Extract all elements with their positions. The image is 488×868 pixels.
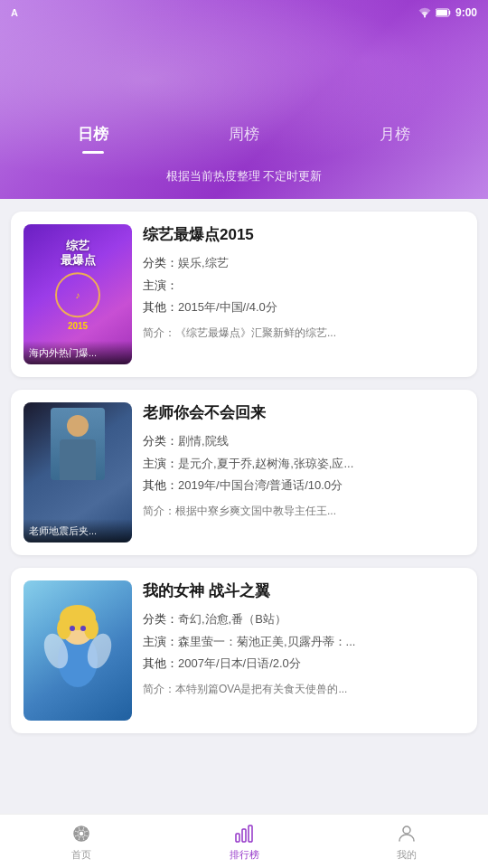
card-thumbnail-3 [23, 580, 132, 721]
card-category-2: 分类：剧情,院线 [143, 432, 465, 450]
app-status-icon: A [11, 7, 18, 18]
header-subtitle: 根据当前热度整理 不定时更新 [166, 168, 323, 184]
card-other-2: 其他：2019年/中国台湾/普通话/10.0分 [143, 476, 465, 495]
card-other-1: 其他：2015年/中国//4.0分 [143, 298, 465, 316]
card-info-3: 我的女神 战斗之翼 分类：奇幻,治愈,番（B站） 主演：森里萤一：菊池正美,贝露… [143, 580, 465, 721]
svg-point-20 [76, 836, 79, 839]
battery-icon [436, 8, 452, 17]
status-time: 9:00 [455, 6, 477, 19]
tab-monthly[interactable]: 月榜 [361, 118, 428, 150]
thumb-person-figure [51, 408, 105, 480]
card-thumbnail-2: 老师你会不会回来 老师地震后夹... [23, 402, 132, 542]
home-icon [70, 822, 93, 845]
nav-item-home[interactable]: 首页 [0, 822, 163, 862]
user-icon [395, 822, 418, 845]
tab-bar: 日榜 周榜 月榜 [0, 118, 488, 150]
svg-point-18 [76, 828, 79, 831]
svg-rect-23 [242, 829, 246, 842]
thumb-overlay-1: 海内外热门爆... [23, 341, 132, 364]
card-intro-3: 简介：本特别篇OVA是把有关食天使兽的... [143, 681, 465, 697]
card-title-1: 综艺最爆点2015 [143, 224, 465, 245]
svg-rect-2 [436, 10, 447, 15]
bottom-navigation: 首页 排行榜 我的 [0, 814, 488, 868]
tab-daily[interactable]: 日榜 [60, 118, 127, 150]
svg-point-25 [403, 826, 410, 834]
svg-point-10 [70, 626, 75, 631]
card-thumbnail-1: 综艺最爆点 ♪ 2015 海内外热门爆... [23, 224, 132, 364]
card-cast-3: 主演：森里萤一：菊池正美,贝露丹蒂：... [143, 633, 465, 651]
status-bar: A 9:00 [0, 0, 488, 25]
card-intro-1: 简介：《综艺最爆点》汇聚新鲜的综艺... [143, 325, 465, 341]
svg-point-17 [86, 832, 89, 835]
svg-point-15 [80, 837, 83, 840]
card-category-1: 分类：娱乐,综艺 [143, 254, 465, 272]
svg-point-6 [57, 618, 71, 639]
nav-item-ranking[interactable]: 排行榜 [163, 822, 325, 862]
card-title-3: 我的女神 战斗之翼 [143, 580, 465, 601]
svg-rect-24 [249, 826, 252, 842]
card-title-2: 老师你会不会回来 [143, 402, 465, 423]
nav-label-ranking: 排行榜 [230, 848, 259, 862]
content-area[interactable]: 综艺最爆点 ♪ 2015 海内外热门爆... 综艺最爆点2015 分类：娱乐,综… [0, 199, 488, 814]
svg-point-19 [84, 836, 87, 839]
svg-point-16 [75, 832, 78, 835]
ranking-icon [232, 822, 256, 845]
thumb-circle: ♪ [55, 273, 100, 318]
card-info-1: 综艺最爆点2015 分类：娱乐,综艺 主演： 其他：2015年/中国//4.0分… [143, 224, 465, 364]
card-info-2: 老师你会不会回来 分类：剧情,院线 主演：是元介,夏于乔,赵树海,张琼姿,应..… [143, 402, 465, 542]
list-item[interactable]: 我的女神 战斗之翼 分类：奇幻,治愈,番（B站） 主演：森里萤一：菊池正美,贝露… [11, 568, 477, 733]
tab-weekly[interactable]: 周榜 [211, 118, 277, 150]
nav-item-mine[interactable]: 我的 [325, 822, 488, 862]
list-item[interactable]: 老师你会不会回来 老师地震后夹... 老师你会不会回来 分类：剧情,院线 主演：… [11, 390, 477, 555]
card-category-3: 分类：奇幻,治愈,番（B站） [143, 610, 465, 628]
card-cast-2: 主演：是元介,夏于乔,赵树海,张琼姿,应... [143, 455, 465, 473]
svg-point-11 [80, 626, 86, 631]
svg-point-21 [84, 828, 87, 831]
card-intro-2: 简介：根据中寮乡爽文国中教导主任王... [143, 503, 465, 519]
nav-label-home: 首页 [71, 848, 91, 862]
status-bar-right: 9:00 [418, 6, 477, 19]
svg-point-0 [424, 16, 426, 18]
wifi-icon [418, 7, 432, 18]
card-cast-1: 主演： [143, 277, 465, 295]
svg-rect-22 [236, 834, 239, 842]
nav-label-mine: 我的 [397, 848, 417, 862]
svg-point-7 [84, 618, 99, 639]
thumb-anime-figure [42, 601, 114, 701]
card-other-3: 其他：2007年/日本/日语/2.0分 [143, 655, 465, 673]
svg-point-14 [80, 826, 83, 829]
list-item[interactable]: 综艺最爆点 ♪ 2015 海内外热门爆... 综艺最爆点2015 分类：娱乐,综… [11, 212, 477, 377]
svg-point-13 [79, 831, 84, 836]
thumb-overlay-2: 老师地震后夹... [23, 519, 132, 542]
header: A 9:00 日榜 周榜 月榜 [0, 0, 488, 199]
